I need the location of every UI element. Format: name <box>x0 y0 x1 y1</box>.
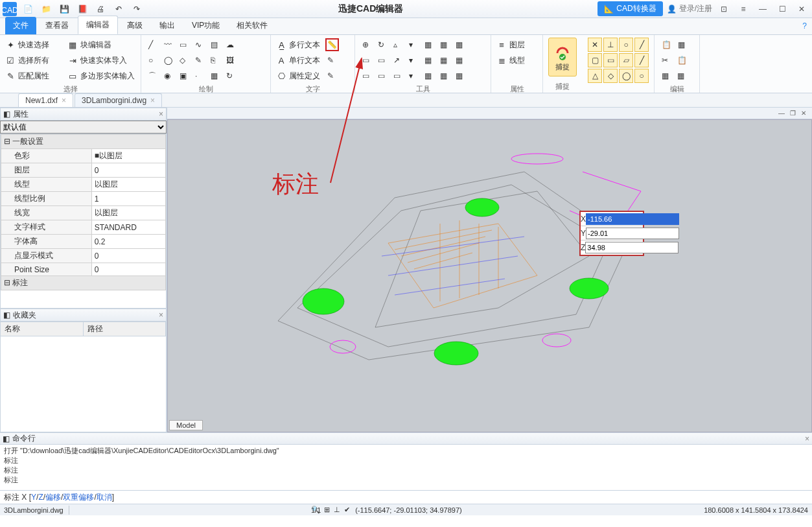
t1-icon[interactable]: ⊕ <box>360 38 373 51</box>
vp-restore-icon[interactable]: ❐ <box>788 109 797 118</box>
image-icon[interactable]: 🖼 <box>224 54 237 67</box>
maximize-icon[interactable]: ☐ <box>774 5 790 14</box>
close-tab-icon[interactable]: × <box>150 96 155 105</box>
cut-icon[interactable]: ▦ <box>676 38 689 51</box>
section-general[interactable]: ⊟ 一般设置 <box>1 135 166 149</box>
viewport[interactable]: X Y Z Model <box>167 119 812 432</box>
spline-icon[interactable]: ∿ <box>193 38 206 51</box>
snap-big-button[interactable]: 捕捉 <box>548 38 577 76</box>
help-icon[interactable]: ? <box>802 21 807 30</box>
feedback-icon[interactable]: ⊡ <box>716 5 732 14</box>
linetype-button[interactable]: 线型 <box>509 55 525 66</box>
open-icon[interactable]: 📁 <box>39 2 53 16</box>
redo-icon[interactable]: ↷ <box>130 2 144 16</box>
prop-row[interactable]: 图层0 <box>1 163 166 178</box>
prop-row[interactable]: 线型以图层 <box>1 178 166 192</box>
coord-x-input[interactable] <box>586 213 679 225</box>
status-grid-icon[interactable]: ⊞ <box>324 506 330 514</box>
quick-select-button[interactable]: 快速选择 <box>18 40 49 51</box>
tab-viewer[interactable]: 查看器 <box>38 17 76 34</box>
undo-icon[interactable]: ↶ <box>111 2 126 16</box>
prop-row[interactable]: 字体高0.2 <box>1 235 166 249</box>
close-panel-icon[interactable]: × <box>805 434 809 443</box>
panel-icon: ◧ <box>3 110 10 119</box>
copy-icon[interactable]: ⎘ <box>209 54 222 67</box>
prop-row[interactable]: 文字样式STANDARD <box>1 220 166 235</box>
close-panel-icon[interactable]: × <box>159 310 163 320</box>
match-props-icon: ✎ <box>5 71 16 81</box>
cloud-icon[interactable]: ☁ <box>224 38 237 51</box>
print-icon[interactable]: 🖨 <box>93 2 108 16</box>
select-all-button[interactable]: 选择所有 <box>18 55 49 66</box>
polygon-input-button[interactable]: 多边形实体输入 <box>80 71 135 82</box>
fav-col-name[interactable]: 名称 <box>1 322 84 336</box>
section-dim[interactable]: ⊟ 标注 <box>1 276 166 290</box>
group-label-snap: 捕捉 <box>548 80 577 91</box>
properties-scope-select[interactable]: 默认值 <box>0 121 167 134</box>
status-ortho-icon[interactable]: ⊥ <box>334 506 340 514</box>
tab-related[interactable]: 相关软件 <box>229 17 275 34</box>
ellipse-icon[interactable]: ◯ <box>162 54 175 67</box>
tab-editor[interactable]: 编辑器 <box>78 16 118 34</box>
doctab-new1[interactable]: New1.dxf× <box>18 93 73 107</box>
save-icon[interactable]: 💾 <box>57 2 71 16</box>
match-props-button[interactable]: 匹配属性 <box>18 71 49 82</box>
circle-icon[interactable]: ○ <box>146 54 159 67</box>
model-tab[interactable]: Model <box>169 420 203 430</box>
layers-button[interactable]: 图层 <box>509 40 525 51</box>
scissors-icon[interactable]: ✂ <box>660 54 673 67</box>
polyline-icon[interactable]: 〰 <box>162 38 175 51</box>
text-button[interactable]: 单行文本 <box>289 55 320 66</box>
close-panel-icon[interactable]: × <box>159 110 163 119</box>
menu-icon[interactable]: ≡ <box>736 5 751 14</box>
favorites-panel-header: ◧收藏夹× <box>0 309 167 322</box>
rect-icon[interactable]: ▭ <box>178 38 191 51</box>
line-icon[interactable]: ╱ <box>146 38 159 51</box>
command-prompt[interactable]: 标注 X [ Y / Z / 偏移 / 双重偏移 / 取消 ] <box>0 491 812 504</box>
tab-vip[interactable]: VIP功能 <box>184 17 227 34</box>
properties-panel-header: ◧属性× <box>0 108 167 121</box>
point-icon[interactable]: · <box>193 69 206 82</box>
pen-icon[interactable]: ✎ <box>193 54 206 67</box>
coord-z-input[interactable] <box>585 242 679 253</box>
new-icon[interactable]: 📄 <box>21 2 35 16</box>
snap-opt-icon[interactable]: ✕ <box>588 38 602 52</box>
close-icon[interactable]: ✕ <box>794 5 809 14</box>
export-pdf-icon[interactable]: 📕 <box>75 2 89 16</box>
prop-row[interactable]: 点显示模式0 <box>1 249 166 263</box>
hatch-icon[interactable]: ▤ <box>209 38 222 51</box>
ribbon-tabs: 文件 查看器 编辑器 高级 输出 VIP功能 相关软件 ? <box>0 18 812 35</box>
tab-advanced[interactable]: 高级 <box>119 17 150 34</box>
vp-minimize-icon[interactable]: — <box>777 109 786 118</box>
donut-icon[interactable]: ◉ <box>162 69 175 82</box>
table-icon[interactable]: ▦ <box>209 69 222 82</box>
prop-row[interactable]: 线宽以图层 <box>1 206 166 220</box>
tab-file[interactable]: 文件 <box>5 17 36 34</box>
copy-btn-icon[interactable]: 📋 <box>660 38 673 51</box>
paste-icon[interactable]: 📋 <box>675 54 689 67</box>
dimension-icon[interactable]: 📏 <box>325 38 339 51</box>
vp-close-icon[interactable]: ✕ <box>799 109 808 118</box>
viewport-toolbar: — ❐ ✕ <box>167 108 812 119</box>
prop-row[interactable]: 线型比例1 <box>1 192 166 206</box>
refresh-icon[interactable]: ↻ <box>224 69 237 82</box>
cad-converter-button[interactable]: 📐CAD转换器 <box>597 1 662 16</box>
fav-col-path[interactable]: 路径 <box>84 322 167 336</box>
minimize-icon[interactable]: — <box>755 5 771 14</box>
prop-row[interactable]: 色彩■以图层 <box>1 149 166 163</box>
close-tab-icon[interactable]: × <box>62 96 66 105</box>
document-tabs: New1.dxf× 3DLamborgini.dwg× <box>0 93 812 108</box>
box-icon[interactable]: ▣ <box>178 69 191 82</box>
prop-row[interactable]: Point Size0 <box>1 263 166 276</box>
status-snap-icon[interactable]: ✔ <box>344 506 350 514</box>
quick-import-button[interactable]: 快速实体导入 <box>80 55 127 66</box>
block-editor-button[interactable]: 块编辑器 <box>80 40 111 51</box>
coord-y-input[interactable] <box>586 228 679 239</box>
tab-output[interactable]: 输出 <box>152 17 183 34</box>
mtext-button[interactable]: 多行文本 <box>289 40 320 51</box>
arc-icon[interactable]: ⌒ <box>146 69 159 82</box>
doctab-lamborgini[interactable]: 3DLamborgini.dwg× <box>75 93 162 107</box>
shape-icon[interactable]: ◇ <box>178 54 191 67</box>
login-button[interactable]: 👤登录/注册 <box>667 3 712 14</box>
attr-def-button[interactable]: 属性定义 <box>289 71 320 82</box>
